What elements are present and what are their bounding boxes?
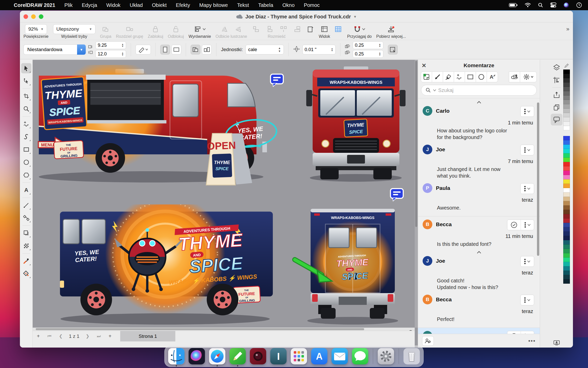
trash-dock-icon[interactable]: [403, 348, 420, 364]
duplicate-distance-x-input[interactable]: 0.25▲▼: [353, 41, 383, 49]
ellipse-annotation-button[interactable]: [476, 72, 487, 82]
palette-swatch[interactable]: [563, 175, 570, 179]
connector-tool[interactable]: [21, 213, 31, 223]
palette-swatch[interactable]: [563, 227, 570, 232]
grayscale-swatch[interactable]: [563, 100, 570, 104]
mirror-horizontal-icon[interactable]: [220, 25, 229, 33]
polygon-tool[interactable]: [21, 170, 31, 180]
collapse-thread-icon[interactable]: [418, 250, 540, 255]
menu-item-efekty[interactable]: Efekty: [176, 2, 190, 8]
menu-item-pomoc[interactable]: Pomoc: [304, 2, 320, 8]
treat-as-filled-button[interactable]: [388, 45, 398, 54]
layers-docker-icon[interactable]: [551, 62, 562, 74]
duplicate-distance-y-input[interactable]: 0.25▲▼: [353, 50, 383, 58]
get-more-icon[interactable]: [387, 25, 395, 33]
rectangle-annotation-button[interactable]: [465, 72, 476, 82]
group-icon[interactable]: [101, 25, 110, 33]
grayscale-swatch[interactable]: [563, 70, 570, 74]
menu-item-obiekt[interactable]: Obiekt: [152, 2, 167, 8]
shape-tool[interactable]: [21, 76, 31, 86]
palette-swatch[interactable]: [563, 197, 570, 201]
palette-swatch[interactable]: [563, 192, 570, 197]
palette-swatch[interactable]: [563, 188, 570, 192]
palette-swatch[interactable]: [563, 162, 570, 166]
palette-swatch[interactable]: [563, 149, 570, 153]
appstore-dock-icon[interactable]: A: [311, 348, 327, 364]
palette-swatch[interactable]: [563, 158, 570, 162]
current-page-size-button[interactable]: [191, 45, 200, 54]
grayscale-swatch[interactable]: [563, 87, 570, 91]
canvas-vertical-scrollbar[interactable]: [415, 60, 418, 328]
comment-row[interactable]: JJoe7 min temuJust changed it. Let me no…: [418, 143, 540, 182]
comments-settings-button[interactable]: [520, 72, 537, 82]
mirror-vertical-icon[interactable]: [234, 25, 242, 33]
add-page-button-right[interactable]: +: [104, 333, 116, 339]
zoom-tool[interactable]: [21, 104, 31, 114]
comment-row[interactable]: CCarlo27 min temuCool design!: [418, 329, 540, 334]
comment-row[interactable]: BBecca11 min temuIs this the updated fon…: [418, 218, 540, 250]
add-page-button-left[interactable]: +: [33, 333, 44, 339]
comment-row[interactable]: JJoeterazGood catch! Updated now - how i…: [418, 255, 540, 293]
line-tool[interactable]: [21, 200, 31, 210]
grayscale-swatch[interactable]: [563, 83, 570, 87]
unlock-icon[interactable]: [172, 25, 180, 33]
battery-icon[interactable]: [509, 3, 518, 7]
drawing-scale-dropdown[interactable]: [136, 45, 151, 54]
page-height-input[interactable]: 12.0▲▼: [95, 50, 126, 58]
grayscale-swatch[interactable]: [563, 122, 570, 126]
smart-drawing-tool[interactable]: [21, 132, 31, 142]
palette-swatch[interactable]: [563, 179, 570, 184]
title-chevron-icon[interactable]: ▼: [353, 15, 357, 19]
distribute-spacing-icon[interactable]: [279, 25, 288, 33]
comment-row[interactable]: BBeccaterazPerfect!: [418, 293, 540, 325]
palette-swatch[interactable]: [563, 249, 570, 253]
control-center-icon[interactable]: [550, 3, 556, 8]
palette-swatch[interactable]: [563, 262, 570, 266]
palette-swatch[interactable]: [563, 258, 570, 262]
palette-pencil-icon[interactable]: [563, 62, 570, 70]
comment-pin-1[interactable]: [270, 73, 284, 87]
titlebar[interactable]: Joe Diaz - Thyme and Spice Food Truck.cd…: [20, 11, 573, 22]
comment-pin-2[interactable]: [389, 188, 404, 201]
transparency-tool[interactable]: [21, 241, 31, 251]
finder-dock-icon[interactable]: [168, 348, 185, 364]
drop-shadow-tool[interactable]: [21, 228, 31, 238]
comment-menu-button[interactable]: [521, 295, 534, 305]
menu-item-tekst[interactable]: Tekst: [237, 2, 249, 8]
last-page-button[interactable]: ⏭: [93, 334, 104, 339]
landscape-orientation-button[interactable]: [172, 45, 181, 54]
align-dropdown-icon[interactable]: [193, 25, 206, 33]
clock-icon[interactable]: [576, 2, 582, 8]
grayscale-swatch[interactable]: [563, 126, 570, 130]
palette-swatch[interactable]: [563, 245, 570, 249]
spotlight-search-icon[interactable]: [538, 3, 543, 8]
palette-swatch[interactable]: [563, 214, 570, 218]
page-width-input[interactable]: 9.25▲▼: [95, 41, 126, 49]
resolve-comment-button[interactable]: [507, 220, 521, 230]
presence-status-icon[interactable]: [540, 340, 573, 346]
menu-item-tabela[interactable]: Tabela: [258, 2, 273, 8]
menu-item-widok[interactable]: Widok: [106, 2, 121, 8]
menu-item-edycja[interactable]: Edycja: [82, 2, 97, 8]
view-mode-dropdown[interactable]: Ulepszony▼: [53, 24, 95, 34]
palette-swatch[interactable]: [563, 279, 570, 284]
highlighter-tool-button[interactable]: [443, 72, 454, 82]
comment-menu-button[interactable]: [521, 106, 534, 117]
toolbar-overflow-button[interactable]: »: [566, 24, 569, 34]
palette-swatch[interactable]: [563, 153, 570, 158]
comments-scrollbar[interactable]: [537, 102, 539, 256]
crop-tool[interactable]: [21, 91, 31, 101]
portrait-orientation-button[interactable]: [160, 45, 170, 54]
safari-dock-icon[interactable]: [209, 348, 225, 364]
grid-toggle-icon[interactable]: [334, 25, 342, 33]
camera-app-dock-icon[interactable]: [250, 348, 266, 364]
palette-swatch[interactable]: [563, 253, 570, 258]
font-app-dock-icon[interactable]: I: [270, 348, 287, 364]
comments-search-input[interactable]: Szukaj: [421, 85, 537, 96]
comment-menu-button[interactable]: [521, 256, 534, 267]
menu-item-plik[interactable]: Plik: [64, 2, 72, 8]
export-docker-icon[interactable]: [551, 89, 562, 101]
palette-swatch[interactable]: [563, 205, 570, 210]
comment-menu-button[interactable]: [521, 145, 534, 155]
grayscale-swatch[interactable]: [563, 113, 570, 117]
